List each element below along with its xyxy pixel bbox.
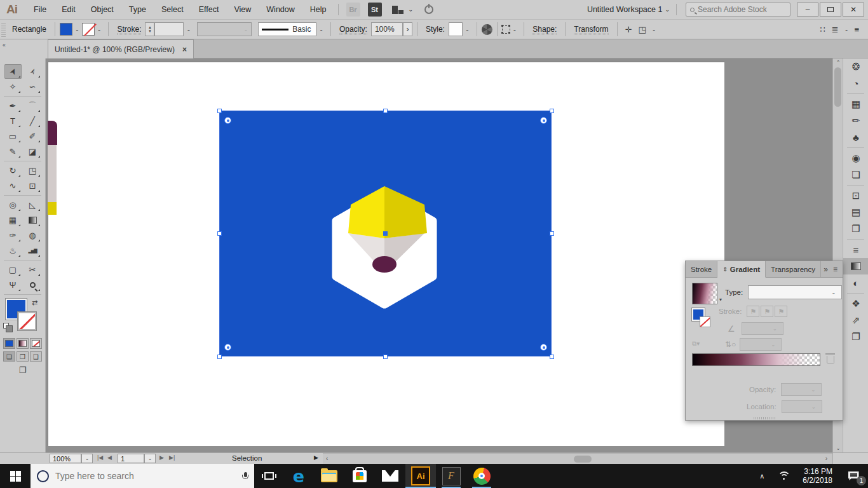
horizontal-scroll-thumb[interactable] (574, 456, 592, 463)
color-button[interactable] (3, 338, 15, 349)
symbol-sprayer-tool[interactable]: ♨ (4, 243, 22, 258)
microphone-icon[interactable] (242, 472, 248, 480)
gradient-preset-chevron-icon[interactable]: ▾ (719, 297, 722, 302)
rectangle-tool[interactable]: ▭ (4, 129, 22, 144)
collapse-panel-icon[interactable]: ‹‹ (3, 42, 5, 48)
tab-gradient[interactable]: ⇕Gradient (717, 261, 766, 278)
shape-label[interactable]: Shape: (532, 25, 557, 34)
taskbar-app-file-explorer[interactable] (314, 464, 344, 488)
live-corner-widget-se[interactable] (540, 344, 547, 351)
offcanvas-yellow-shape[interactable] (48, 202, 57, 215)
chevron-down-icon[interactable]: ⌄ (184, 27, 193, 32)
gradient-fill-stroke-proxy[interactable] (692, 308, 717, 334)
style-dropdown[interactable] (449, 22, 463, 36)
bridge-icon[interactable]: Br (346, 3, 360, 17)
taskbar-app-chrome[interactable] (466, 464, 497, 488)
panel-artboards-icon[interactable]: ❐ (843, 329, 868, 345)
live-corner-widget-sw[interactable] (224, 344, 231, 351)
shaper-tool[interactable]: ✎ (4, 144, 22, 159)
gradient-button[interactable] (17, 338, 29, 349)
edit-contents-icon[interactable] (502, 25, 510, 34)
taskbar-search-input[interactable] (55, 471, 214, 481)
start-button[interactable] (0, 464, 31, 488)
taskbar-app-edge[interactable]: e (283, 464, 314, 488)
slice-tool[interactable]: ✂ (24, 262, 41, 277)
screen-mode-button[interactable]: ❐ (0, 365, 45, 375)
perspective-grid-tool[interactable]: ◺ (24, 198, 41, 212)
selection-handle-nw[interactable] (217, 109, 222, 113)
zoom-tool[interactable] (24, 278, 41, 292)
scroll-down-icon[interactable]: ⌄ (833, 444, 843, 452)
task-view-button[interactable] (254, 464, 283, 488)
zoom-dropdown-button[interactable]: ⌄ (81, 454, 93, 463)
panel-appearance-icon[interactable]: ◉ (843, 150, 868, 166)
curvature-tool[interactable]: ⌒ (24, 98, 41, 113)
taskbar-app-illustrator[interactable]: Ai (405, 464, 436, 488)
draw-behind-button[interactable]: ❐ (17, 351, 29, 362)
hidden-icons-chevron[interactable]: ∧ (753, 472, 771, 480)
menu-select[interactable]: Select (154, 5, 191, 14)
restore-button[interactable] (820, 3, 841, 17)
panel-transform-icon[interactable]: ⊡ (843, 187, 868, 204)
type-tool[interactable]: T (4, 114, 22, 128)
chevron-down-icon[interactable]: ⌄ (649, 27, 659, 32)
gpu-performance-icon[interactable] (424, 5, 433, 14)
stroke-weight-label[interactable]: Stroke: (117, 25, 141, 34)
stroke-none-chip[interactable] (18, 312, 36, 330)
gradient-preview-swatch[interactable] (692, 283, 717, 304)
panel-color-guide-icon[interactable]: ◔ (843, 75, 868, 92)
transform-label[interactable]: Transform (574, 25, 608, 34)
panel-menu-icon[interactable]: ≡ (854, 25, 859, 34)
gradient-stroke-chip[interactable] (700, 316, 710, 327)
stroke-weight-stepper[interactable]: ▲▼ (145, 22, 154, 36)
pen-tool[interactable]: ✒ (4, 98, 22, 113)
taskbar-search[interactable] (31, 464, 254, 488)
stroke-color-swatch[interactable] (82, 23, 95, 36)
taskbar-app-font-app[interactable]: F (436, 464, 466, 488)
live-corner-widget-nw[interactable] (224, 117, 231, 124)
opacity-expand-button[interactable]: › (403, 22, 412, 36)
recolor-artwork-icon[interactable] (482, 24, 492, 35)
taskbar-app-mail[interactable] (375, 464, 405, 488)
taskbar-app-store[interactable] (344, 464, 375, 488)
chevron-down-icon[interactable]: ⌄ (842, 27, 851, 32)
isolate-object-icon[interactable]: ◳ (639, 25, 646, 34)
panel-resize-grip[interactable] (754, 417, 775, 419)
panel-brushes-icon[interactable]: ✏ (843, 112, 868, 129)
draw-inside-button[interactable]: ❑ (30, 351, 42, 362)
selection-handle-sw[interactable] (217, 355, 222, 359)
selection-tool[interactable]: ➤ (4, 64, 22, 79)
menu-edit[interactable]: Edit (54, 5, 83, 14)
panel-color-icon[interactable]: ❂ (843, 58, 868, 75)
tab-transparency[interactable]: Transparency (766, 261, 821, 277)
distribute-icon[interactable]: ≣ (832, 25, 839, 34)
menu-help[interactable]: Help (302, 5, 334, 14)
panel-pathfinder-icon[interactable]: ❒ (843, 220, 868, 237)
brush-definition-dropdown[interactable]: Basic (258, 22, 316, 36)
selection-handle-se[interactable] (550, 355, 554, 359)
width-tool[interactable]: ∿ (4, 179, 22, 193)
align-artboard-icon[interactable]: ✛ (625, 25, 632, 34)
paintbrush-tool[interactable]: ✐ (24, 129, 41, 144)
panel-swatches-icon[interactable]: ▦ (843, 96, 868, 112)
expand-panel-icon[interactable]: » (824, 265, 828, 274)
panel-grip[interactable] (1, 22, 6, 37)
default-fill-stroke-icon[interactable] (3, 323, 9, 329)
draw-normal-button[interactable]: ❏ (3, 351, 15, 362)
line-segment-tool[interactable]: ╱ (24, 114, 41, 128)
panel-asset-export-icon[interactable]: ⇗ (843, 312, 868, 329)
swap-fill-stroke-icon[interactable]: ⇄ (32, 299, 37, 307)
artboard-number-field[interactable]: 1 (118, 454, 144, 463)
menu-object[interactable]: Object (83, 5, 121, 14)
menu-effect[interactable]: Effect (191, 5, 227, 14)
zoom-level-field[interactable]: 100% (50, 454, 81, 463)
fill-color-swatch[interactable] (60, 23, 72, 36)
action-center-button[interactable]: 1 (839, 464, 868, 488)
scroll-up-icon[interactable]: ⌃ (833, 58, 843, 67)
panel-graphic-styles-icon[interactable]: ❏ (843, 166, 868, 183)
magic-wand-tool[interactable]: ✧ (4, 79, 22, 94)
lasso-tool[interactable]: ∽ (24, 79, 41, 94)
chevron-down-icon[interactable]: ⌄ (95, 27, 104, 32)
direct-selection-tool[interactable]: ➣ (24, 64, 41, 79)
chevron-down-icon[interactable]: ⌄ (72, 27, 82, 32)
